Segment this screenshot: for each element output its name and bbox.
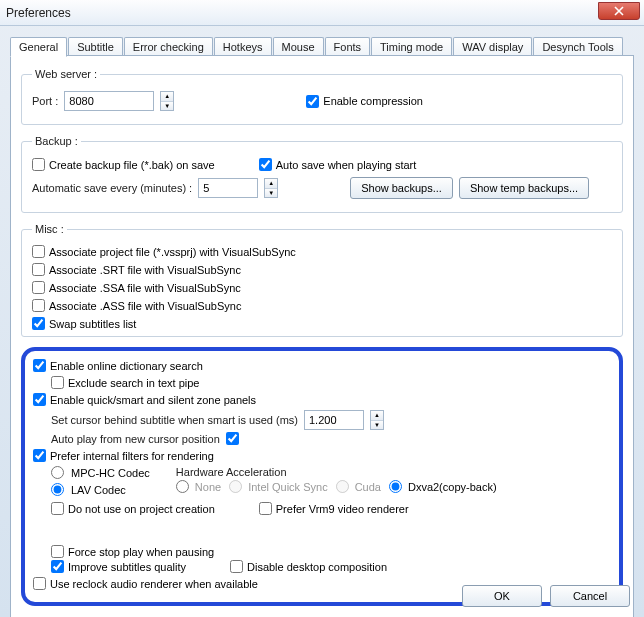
cursor-spinner[interactable]: ▲▼	[370, 410, 384, 430]
show-backups-button[interactable]: Show backups...	[350, 177, 453, 199]
chevron-down-icon: ▼	[161, 102, 173, 111]
port-spinner[interactable]: ▲▼	[160, 91, 174, 111]
webserver-legend: Web server :	[32, 68, 100, 80]
chevron-down-icon: ▼	[265, 189, 277, 198]
window-title: Preferences	[6, 6, 71, 20]
hw-intel-radio[interactable]: Intel Quick Sync	[229, 480, 327, 493]
backup-group: Backup : Create backup file (*.bak) on s…	[21, 135, 623, 213]
hw-none-radio[interactable]: None	[176, 480, 221, 493]
autosave-checkbox[interactable]: Auto save when playing start	[259, 158, 417, 171]
titlebar: Preferences	[0, 0, 644, 26]
cursor-label: Set cursor behind subtitle when smart is…	[51, 414, 298, 426]
tab-fonts[interactable]: Fonts	[325, 37, 371, 56]
tab-mouse[interactable]: Mouse	[273, 37, 324, 56]
chevron-down-icon: ▼	[371, 421, 383, 430]
disable-desktop-checkbox[interactable]: Disable desktop composition	[230, 560, 387, 573]
backup-legend: Backup :	[32, 135, 81, 147]
tab-error-checking[interactable]: Error checking	[124, 37, 213, 56]
tab-bar: General Subtitle Error checking Hotkeys …	[10, 34, 634, 56]
hw-accel-label: Hardware Acceleration	[176, 466, 497, 478]
general-panel: Web server : Port : ▲▼ Enable compressio…	[10, 55, 634, 617]
enable-dict-checkbox[interactable]: Enable online dictionary search	[33, 359, 203, 372]
hw-cuda-radio[interactable]: Cuda	[336, 480, 381, 493]
codec-lav-radio[interactable]: LAV Codec	[51, 483, 150, 496]
chevron-up-icon: ▲	[161, 92, 173, 102]
swap-subs-checkbox[interactable]: Swap subtitles list	[32, 317, 598, 330]
exclude-pipe-checkbox[interactable]: Exclude search in text pipe	[51, 376, 199, 389]
misc-group: Misc : Associate project file (*.vssprj)…	[21, 223, 623, 337]
auto-every-input[interactable]	[198, 178, 258, 198]
codec-mpc-radio[interactable]: MPC-HC Codec	[51, 466, 150, 479]
close-button[interactable]	[598, 2, 640, 20]
force-stop-checkbox[interactable]: Force stop play when pausing	[51, 545, 214, 558]
improve-quality-checkbox[interactable]: Improve subtitles quality	[51, 560, 186, 573]
close-icon	[614, 6, 624, 16]
tab-timing-mode[interactable]: Timing mode	[371, 37, 452, 56]
autoplay-checkbox[interactable]	[226, 432, 239, 445]
assoc-vssprj-checkbox[interactable]: Associate project file (*.vssprj) with V…	[32, 245, 598, 258]
tab-subtitle[interactable]: Subtitle	[68, 37, 123, 56]
chevron-up-icon: ▲	[371, 411, 383, 421]
reclock-checkbox[interactable]: Use reclock audio renderer when availabl…	[33, 577, 258, 590]
highlight-box: Enable online dictionary search Exclude …	[21, 347, 623, 606]
prefer-vmr9-checkbox[interactable]: Prefer Vrm9 video renderer	[259, 502, 409, 515]
assoc-srt-checkbox[interactable]: Associate .SRT file with VisualSubSync	[32, 263, 598, 276]
auto-every-label: Automatic save every (minutes) :	[32, 182, 192, 194]
webserver-group: Web server : Port : ▲▼ Enable compressio…	[21, 68, 623, 125]
tab-hotkeys[interactable]: Hotkeys	[214, 37, 272, 56]
prefer-internal-checkbox[interactable]: Prefer internal filters for rendering	[33, 449, 214, 462]
ok-button[interactable]: OK	[462, 585, 542, 607]
hw-dxva-radio[interactable]: Dxva2(copy-back)	[389, 480, 497, 493]
enable-panels-checkbox[interactable]: Enable quick/smart and silent zone panel…	[33, 393, 256, 406]
port-input[interactable]	[64, 91, 154, 111]
auto-every-spinner[interactable]: ▲▼	[264, 178, 278, 198]
autoplay-label: Auto play from new cursor position	[51, 433, 220, 445]
assoc-ass-checkbox[interactable]: Associate .ASS file with VisualSubSync	[32, 299, 598, 312]
no-use-project-checkbox[interactable]: Do not use on project creation	[51, 502, 215, 515]
tab-desynch-tools[interactable]: Desynch Tools	[533, 37, 622, 56]
cancel-button[interactable]: Cancel	[550, 585, 630, 607]
cursor-input[interactable]	[304, 410, 364, 430]
assoc-ssa-checkbox[interactable]: Associate .SSA file with VisualSubSync	[32, 281, 598, 294]
create-bak-checkbox[interactable]: Create backup file (*.bak) on save	[32, 158, 215, 171]
enable-compression-checkbox[interactable]: Enable compression	[306, 95, 423, 108]
misc-legend: Misc :	[32, 223, 67, 235]
tab-wav-display[interactable]: WAV display	[453, 37, 532, 56]
show-temp-backups-button[interactable]: Show temp backups...	[459, 177, 589, 199]
port-label: Port :	[32, 95, 58, 107]
tab-general[interactable]: General	[10, 37, 67, 57]
chevron-up-icon: ▲	[265, 179, 277, 189]
